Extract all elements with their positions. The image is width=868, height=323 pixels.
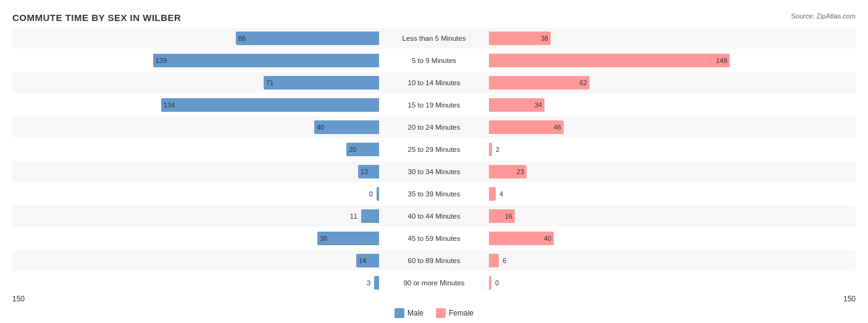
female-value-inside: 34 [535,101,542,109]
male-value-inside: 38 [320,235,327,242]
male-bar: 40 [314,120,379,134]
chart-row: 134 15 to 19 Minutes 34 [12,94,856,115]
female-bar [489,254,499,267]
chart-row: 139 5 to 9 Minutes 148 [12,50,856,71]
chart-title: COMMUTE TIME BY SEX IN WILBER [12,12,181,23]
row-label: 15 to 19 Minutes [382,101,486,109]
axis-label-right: 150 [843,295,856,303]
female-value-inside: 40 [544,235,551,242]
female-value-inside: 148 [716,57,727,64]
row-label: 5 to 9 Minutes [382,57,486,64]
legend-male-label: Male [407,309,424,317]
axis-label-left: 150 [12,295,25,303]
left-section: 134 [12,94,382,115]
female-value-outside: 2 [496,146,499,153]
left-section: 88 [12,28,382,49]
row-label: 10 to 14 Minutes [382,79,486,86]
right-section: 46 [486,117,856,138]
right-section: 148 [486,50,856,71]
male-bar: 139 [153,54,379,67]
chart-row: 71 10 to 14 Minutes 62 [12,72,856,93]
male-value-inside: 88 [238,35,246,42]
chart-row: 40 20 to 24 Minutes 46 [12,117,856,138]
left-section: 3 [12,272,382,293]
left-section: 14 [12,250,382,271]
female-bar: 46 [489,120,564,134]
female-bar: 34 [489,98,545,112]
row-label: 30 to 34 Minutes [382,168,486,175]
right-section: 40 [486,228,856,249]
left-section: 0 [12,183,382,204]
male-value-inside: 14 [359,257,366,264]
female-bar: 23 [489,165,527,178]
row-label: 45 to 59 Minutes [382,235,486,242]
chart-source: Source: ZipAtlas.com [791,12,856,20]
row-label: 90 or more Minutes [382,279,486,287]
male-value-outside: 11 [350,212,357,220]
legend-female-label: Female [449,309,474,317]
row-label: 60 to 89 Minutes [382,257,486,264]
legend-female: Female [436,308,474,318]
left-section: 139 [12,50,382,71]
chart-container: COMMUTE TIME BY SEX IN WILBER Source: Zi… [0,6,868,323]
male-bar: 20 [346,143,379,156]
right-section: 4 [486,183,856,204]
chart-body: 88 Less than 5 Minutes 38 139 5 to 9 Min… [12,28,856,293]
female-bar: 40 [489,232,554,245]
female-value-inside: 38 [541,35,548,42]
female-value-inside: 16 [505,212,512,220]
female-value-outside: 6 [503,257,506,264]
chart-row: 3 90 or more Minutes 0 [12,272,856,293]
legend-male-box [394,308,404,318]
male-value-inside: 71 [266,79,273,86]
female-bar [489,143,492,156]
right-section: 23 [486,161,856,182]
male-bar: 13 [358,165,379,178]
chart-header: COMMUTE TIME BY SEX IN WILBER Source: Zi… [12,12,856,23]
chart-row: 14 60 to 89 Minutes 6 [12,250,856,271]
female-bar: 148 [489,54,730,67]
chart-row: 11 40 to 44 Minutes 16 [12,206,856,227]
right-section: 6 [486,250,856,271]
male-bar: 71 [264,76,379,90]
left-section: 11 [12,206,382,227]
female-value-inside: 46 [554,124,561,131]
left-section: 71 [12,72,382,93]
male-bar: 38 [317,232,379,245]
female-bar [489,276,491,290]
female-bar: 38 [489,31,551,45]
row-label: 40 to 44 Minutes [382,212,486,220]
female-bar: 62 [489,76,590,90]
male-bar: 134 [161,98,379,112]
male-value-inside: 40 [317,124,324,131]
chart-row: 88 Less than 5 Minutes 38 [12,28,856,49]
male-value-inside: 134 [164,101,175,109]
left-section: 13 [12,161,382,182]
female-bar [489,187,496,201]
right-section: 38 [486,28,856,49]
male-bar [361,209,379,223]
row-label: 35 to 39 Minutes [382,190,486,198]
male-value-inside: 20 [349,146,356,153]
left-section: 40 [12,117,382,138]
chart-row: 13 30 to 34 Minutes 23 [12,161,856,182]
row-label: 25 to 29 Minutes [382,146,486,153]
legend-female-box [436,308,446,318]
male-bar [374,276,379,290]
male-value-inside: 139 [156,57,167,64]
right-section: 62 [486,72,856,93]
male-value-outside: 0 [369,190,373,198]
left-section: 38 [12,228,382,249]
right-section: 34 [486,94,856,115]
female-value-inside: 23 [517,168,524,175]
male-value-outside: 3 [367,279,370,287]
row-label: 20 to 24 Minutes [382,124,486,131]
chart-row: 38 45 to 59 Minutes 40 [12,228,856,249]
right-section: 0 [486,272,856,293]
male-bar [377,187,379,201]
legend: Male Female [12,308,856,318]
chart-row: 0 35 to 39 Minutes 4 [12,183,856,204]
row-label: Less than 5 Minutes [382,35,486,42]
legend-male: Male [394,308,424,318]
chart-row: 20 25 to 29 Minutes 2 [12,139,856,160]
